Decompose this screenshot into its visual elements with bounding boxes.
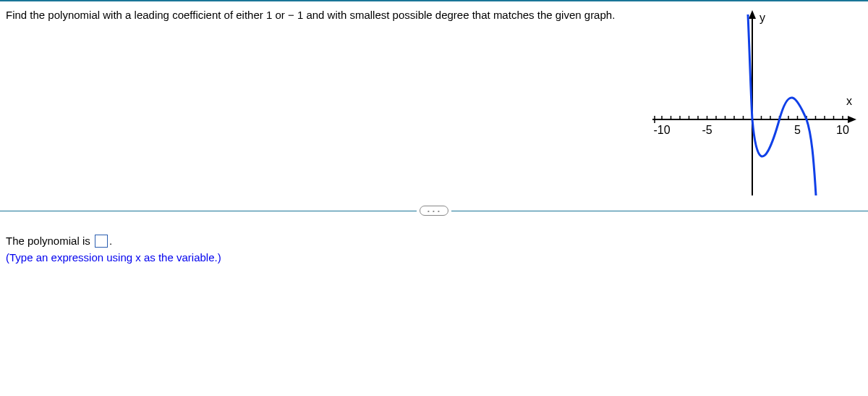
separator-line-left	[0, 211, 417, 211]
answer-line: The polynomial is .	[6, 235, 221, 248]
polynomial-curve	[748, 14, 816, 195]
question-text: Find the polynomial with a leading coeff…	[6, 7, 637, 22]
xtick-neg10: -10	[653, 124, 670, 136]
answer-hint: (Type an expression using x as the varia…	[6, 251, 221, 264]
xtick-neg5: -5	[702, 124, 712, 136]
separator-pill[interactable]: • • •	[420, 206, 448, 216]
answer-input[interactable]	[95, 235, 108, 248]
xtick-5: 5	[794, 124, 801, 136]
polynomial-graph: y x -10	[644, 7, 861, 203]
section-separator: • • •	[0, 206, 868, 216]
question-text-part1: Find the polynomial with a leading coeff…	[6, 9, 288, 21]
ellipsis-icon: • • •	[427, 208, 441, 214]
answer-prefix: The polynomial is	[6, 235, 93, 247]
y-axis-arrow-icon	[749, 10, 756, 19]
minus-sign: −	[288, 7, 294, 22]
question-text-part2: 1 and with smallest possible degree that…	[297, 9, 615, 21]
top-rule	[0, 0, 868, 1]
question-area: Find the polynomial with a leading coeff…	[6, 7, 637, 22]
x-axis-label: x	[846, 95, 852, 107]
y-axis-label: y	[760, 12, 765, 24]
separator-line-right	[451, 211, 868, 211]
graph-area: y x -10	[644, 7, 861, 203]
answer-area: The polynomial is . (Type an expression …	[6, 235, 221, 264]
answer-period: .	[109, 235, 112, 247]
xtick-10: 10	[836, 124, 849, 136]
x-axis-arrow-icon	[848, 116, 856, 123]
